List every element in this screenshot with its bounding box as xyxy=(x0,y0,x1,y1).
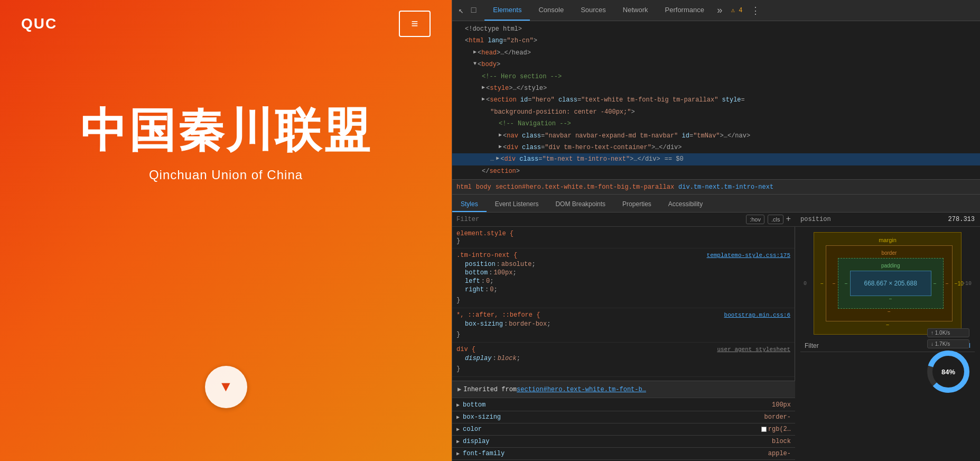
devtools-topbar: ↖ □ Elements Console Sources Network Per… xyxy=(452,0,980,21)
styles-left-panel: :hov .cls + element.style { } xyxy=(452,213,795,461)
tm-intro-props: position: absolute; bottom: 100px; left:… xyxy=(456,259,790,296)
html-line-div-hero[interactable]: ▶ <div class="div tm-hero-text-container… xyxy=(452,142,980,153)
css-source-user-agent: user agent stylesheet xyxy=(717,346,790,353)
more-tabs-button[interactable]: » xyxy=(713,5,727,16)
box-model-diagram: margin − border − padding xyxy=(795,227,980,398)
box-model-panel: position 278.313 margin − border − xyxy=(795,213,980,461)
chevron-down-icon: ▼ xyxy=(221,379,230,395)
cls-filter-button[interactable]: .cls xyxy=(768,215,784,224)
computed-prop-font-family: ▶ font-family apple- xyxy=(452,448,795,460)
add-style-button[interactable]: + xyxy=(786,215,791,224)
hamburger-icon: ≡ xyxy=(412,17,418,31)
css-rule-universal: *, ::after, ::before { bootstrap.min.css… xyxy=(452,308,795,343)
site-logo: QUC xyxy=(21,15,57,32)
network-percent: 84% xyxy=(941,368,955,376)
tab-properties[interactable]: Properties xyxy=(614,197,660,212)
inherited-from-link[interactable]: section#hero.text-white.tm-font-b… xyxy=(517,386,646,393)
border-bottom-label: − xyxy=(888,309,891,315)
padding-bottom-label: − xyxy=(889,296,892,302)
padding-right-val: − xyxy=(931,281,939,287)
border-left-val: − xyxy=(830,281,838,287)
html-line-body[interactable]: ▼ <body> xyxy=(452,59,980,70)
tab-event-listeners[interactable]: Event Listeners xyxy=(487,197,547,212)
inspect-element-icon[interactable]: □ xyxy=(469,4,479,17)
css-source-tm-intro[interactable]: templatemo-style.css:175 xyxy=(707,252,790,259)
html-line-doctype[interactable]: <!doctype html> xyxy=(452,23,980,35)
padding-box: padding − 668.667 × 205.688 − xyxy=(838,258,944,309)
html-line-head[interactable]: ▶ <head>…</head> xyxy=(452,47,980,59)
tab-sources[interactable]: Sources xyxy=(572,0,614,21)
css-selector-tm-intro: .tm-intro-next { templatemo-style.css:17… xyxy=(456,252,790,259)
css-selector-universal: *, ::after, ::before { bootstrap.min.css… xyxy=(456,311,790,319)
computed-prop-bottom: ▶ bottom 100px xyxy=(452,399,795,411)
html-line-comment-nav[interactable]: <!-- Navigation --> xyxy=(452,118,980,130)
css-selector-div: div { user agent stylesheet xyxy=(456,346,790,353)
devtools-menu-button[interactable]: ⋮ xyxy=(749,5,762,16)
breadcrumb: html body section#hero.text-white.tm-fon… xyxy=(452,180,980,195)
computed-prop-box-sizing: ▶ box-sizing border- xyxy=(452,411,795,423)
breadcrumb-div-intro[interactable]: div.tm-next.tm-intro-next xyxy=(678,183,773,191)
hero-title-zh: 中国秦川联盟 xyxy=(80,106,372,157)
computed-prop-color: ▶ color rgb(2… xyxy=(452,423,795,436)
styles-tabbar: Styles Event Listeners DOM Breakpoints P… xyxy=(452,195,980,213)
site-header: QUC ≡ xyxy=(0,0,452,48)
css-source-bootstrap[interactable]: bootstrap.min.css:6 xyxy=(724,312,790,318)
position-value: 278.313 xyxy=(948,216,975,223)
css-rule-close-universal: } xyxy=(456,330,790,339)
breadcrumb-html[interactable]: html xyxy=(456,183,472,191)
color-swatch xyxy=(761,427,767,432)
tab-console[interactable]: Console xyxy=(530,0,572,21)
hero-content: 中国秦川联盟 Qinchuan Union of China xyxy=(80,106,372,182)
html-line-div-intro-selected[interactable]: … ▶ <div class="tm-next tm-intro-next">…… xyxy=(452,153,980,165)
padding-label: padding xyxy=(881,263,900,269)
html-line-comment-hero[interactable]: <!-- Hero section --> xyxy=(452,71,980,82)
tab-styles[interactable]: Styles xyxy=(452,197,487,212)
tab-elements[interactable]: Elements xyxy=(484,0,530,21)
padding-left-val: − xyxy=(843,281,850,287)
border-right-val: − xyxy=(944,281,951,287)
styles-panel: element.style { } .tm-intro-next { templ… xyxy=(452,227,795,381)
border-box: border − padding − xyxy=(826,245,953,321)
styles-filter-bar: :hov .cls + xyxy=(452,213,795,227)
inherited-from-bar: ▶ Inherited from section#hero.text-white… xyxy=(452,381,795,398)
computed-props-list: ▶ bottom 100px ▶ box-sizing border- ▶ co… xyxy=(452,398,795,461)
html-line-nav[interactable]: ▶ <nav class="navbar navbar-expand-md tm… xyxy=(452,130,980,142)
network-speed-container: ↑ 1.0K/s ↓ 1.7K/s 84% xyxy=(927,328,969,393)
menu-button[interactable]: ≡ xyxy=(399,11,431,37)
css-rule-div: div { user agent stylesheet display: blo… xyxy=(452,343,795,377)
css-rule-close-div: } xyxy=(456,365,790,373)
html-line-section[interactable]: ▶ <section id="hero" class="text-white t… xyxy=(452,94,980,106)
devtools-tool-icons: ↖ □ xyxy=(456,3,478,18)
css-prop-box-sizing: box-sizing: border-box; xyxy=(456,320,790,328)
tab-accessibility[interactable]: Accessibility xyxy=(660,197,711,212)
css-rule-close-tm: } xyxy=(456,296,790,305)
margin-label: margin xyxy=(879,237,897,243)
tab-performance[interactable]: Performance xyxy=(657,0,713,21)
html-line-style[interactable]: ▶ <style>…</style> xyxy=(452,82,980,94)
css-prop-bottom: bottom: 100px; xyxy=(456,269,790,277)
html-line-section-style[interactable]: "background-position: center -400px;"> xyxy=(452,106,980,118)
universal-props: box-sizing: border-box; xyxy=(456,319,790,330)
styles-filter-input[interactable] xyxy=(456,216,746,223)
tab-network[interactable]: Network xyxy=(614,0,657,21)
warning-badge[interactable]: ⚠ 4 xyxy=(727,6,747,14)
expand-arrow-icon[interactable]: ▶ xyxy=(458,385,461,393)
network-donut-chart: 84% xyxy=(927,351,969,393)
css-rule-tm-intro: .tm-intro-next { templatemo-style.css:17… xyxy=(452,248,795,308)
hov-filter-button[interactable]: :hov xyxy=(746,215,764,224)
margin-bottom-label: − xyxy=(886,321,889,328)
html-line-close-section[interactable]: </section> xyxy=(452,165,980,177)
tab-dom-breakpoints[interactable]: DOM Breakpoints xyxy=(547,197,614,212)
breadcrumb-body[interactable]: body xyxy=(476,183,491,191)
filter-label: Filter xyxy=(805,342,819,349)
div-props: display: block; xyxy=(456,353,790,365)
cursor-tool-icon[interactable]: ↖ xyxy=(456,3,466,18)
margin-left-val: − xyxy=(818,281,826,287)
devtools-tabs: Elements Console Sources Network Perform… xyxy=(484,0,762,21)
css-rule-element-style: element.style { } xyxy=(452,227,795,248)
html-line-html[interactable]: <html lang="zh-cn"> xyxy=(452,35,980,47)
scroll-down-button[interactable]: ▼ xyxy=(205,366,247,408)
breadcrumb-section[interactable]: section#hero.text-white.tm-font-big.tm-p… xyxy=(496,183,674,191)
content-box: 668.667 × 205.688 xyxy=(850,271,931,296)
html-tree: <!doctype html> <html lang="zh-cn"> ▶ <h… xyxy=(452,21,980,180)
